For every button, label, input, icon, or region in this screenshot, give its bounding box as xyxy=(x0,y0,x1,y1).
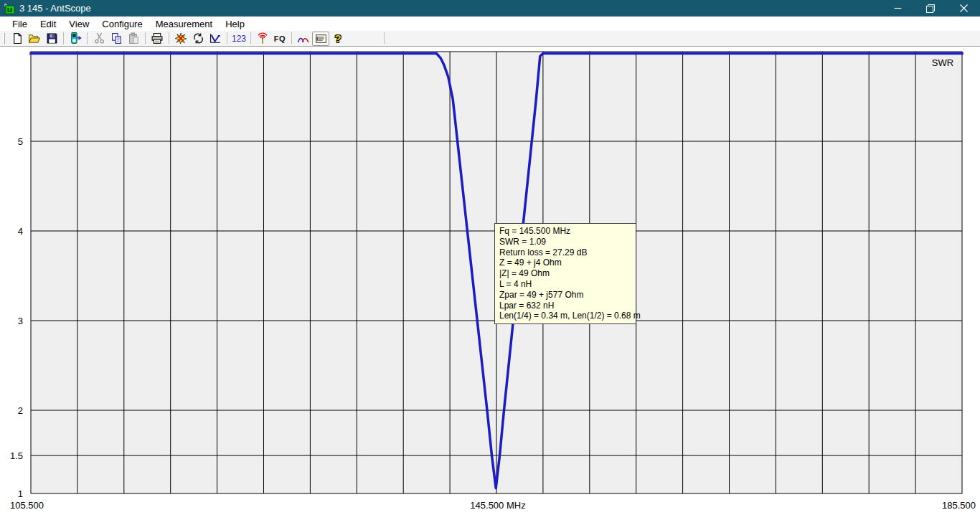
antenna-button[interactable] xyxy=(254,32,271,46)
menu-file[interactable]: File xyxy=(6,17,34,31)
toolbar-separator xyxy=(384,32,385,44)
save-button[interactable] xyxy=(43,32,60,46)
antenna-icon xyxy=(256,32,269,44)
notes-button[interactable] xyxy=(312,32,329,46)
y-axis-tick-label: 5 xyxy=(18,136,23,147)
curves-view-button[interactable] xyxy=(295,32,312,46)
new-document-icon xyxy=(11,32,24,44)
numeric-view-button[interactable]: 123 xyxy=(230,32,248,46)
print-icon xyxy=(151,32,164,44)
cut-button[interactable] xyxy=(90,32,108,46)
analyzer-device-icon xyxy=(69,32,82,44)
tooltip-line-len: Len(1/4) = 0.34 m, Len(1/2) = 0.68 m xyxy=(499,311,636,321)
toolbar-separator xyxy=(87,32,88,44)
x-axis-label: 105.500 xyxy=(10,500,44,511)
cut-scissors-icon xyxy=(93,32,105,44)
y-axis-tick-label: 1 xyxy=(18,488,23,499)
toolbar-separator xyxy=(250,32,251,44)
curves-icon xyxy=(297,32,310,44)
menu-view[interactable]: View xyxy=(62,17,95,31)
swr-chart-icon xyxy=(209,32,222,44)
window-title: 3 145 - AntScope xyxy=(19,3,91,14)
y-axis-tick-label: 3 xyxy=(18,316,23,326)
x-axis-label: 145.500 MHz xyxy=(470,500,525,511)
swr-chart: 11.52345105.500145.500 MHz185.500SWR xyxy=(0,47,980,515)
minimize-icon xyxy=(894,4,902,12)
legend-swr-label: SWR xyxy=(932,57,953,68)
tooltip-line-zpar: Zpar = 49 + j577 Ohm xyxy=(499,290,636,301)
menu-help[interactable]: Help xyxy=(219,17,251,31)
menu-measurement[interactable]: Measurement xyxy=(149,17,219,31)
help-icon: ? xyxy=(334,32,341,44)
device-connect-button[interactable] xyxy=(67,32,84,46)
close-icon xyxy=(960,4,968,12)
toolbar-separator xyxy=(145,32,146,44)
y-axis-tick-label: 4 xyxy=(18,226,23,237)
chart-region: 11.52345105.500145.500 MHz185.500SWR Fq … xyxy=(0,47,980,515)
menu-configure[interactable]: Configure xyxy=(95,17,149,31)
toolbar-separator xyxy=(169,32,169,44)
save-floppy-icon xyxy=(46,32,58,44)
tooltip-line-lpar: Lpar = 632 nH xyxy=(499,301,636,311)
notes-icon xyxy=(315,33,327,44)
print-button[interactable] xyxy=(149,32,166,46)
menubar: File Edit View Configure Measurement Hel… xyxy=(0,16,980,31)
clear-measurement-button[interactable] xyxy=(172,32,189,46)
copy-icon xyxy=(110,32,123,44)
help-button[interactable]: ? xyxy=(329,32,347,46)
toolbar-separator xyxy=(227,32,227,44)
minimize-button[interactable] xyxy=(881,0,914,16)
tooltip-line-z: Z = 49 + j4 Ohm xyxy=(499,258,636,268)
y-axis-tick-label: 1.5 xyxy=(10,450,23,461)
copy-button[interactable] xyxy=(108,32,125,46)
toolbar-gripper xyxy=(3,33,5,44)
refresh-icon xyxy=(192,32,204,44)
numeric-view-label: 123 xyxy=(232,34,246,44)
tooltip-line-rl: Return loss = 27.29 dB xyxy=(499,247,636,258)
swr-chart-view-button[interactable] xyxy=(207,32,224,46)
new-document-button[interactable] xyxy=(9,32,26,46)
y-axis-tick-label: 2 xyxy=(18,405,23,416)
paste-clipboard-icon xyxy=(128,32,140,44)
toolbar: 123 FQ ? xyxy=(0,31,980,47)
marker-tooltip: Fq = 145.500 MHz SWR = 1.09 Return loss … xyxy=(494,223,636,324)
tooltip-line-fq: Fq = 145.500 MHz xyxy=(499,226,636,237)
paste-button[interactable] xyxy=(125,32,142,46)
window-controls xyxy=(881,0,980,16)
tooltip-line-swr: SWR = 1.09 xyxy=(499,237,636,247)
clear-star-icon xyxy=(174,32,187,44)
tooltip-line-zmag: |Z| = 49 Ohm xyxy=(499,268,636,279)
close-button[interactable] xyxy=(947,0,980,16)
restore-icon xyxy=(926,4,935,13)
refresh-button[interactable] xyxy=(189,32,207,46)
toolbar-separator xyxy=(291,32,292,44)
titlebar: 3 145 - AntScope xyxy=(0,0,980,16)
frequency-setup-label: FQ xyxy=(274,34,286,43)
tooltip-line-l: L = 4 nH xyxy=(499,279,636,290)
x-axis-label: 185.500 xyxy=(942,500,976,511)
frequency-setup-button[interactable]: FQ xyxy=(271,32,288,46)
open-folder-icon xyxy=(28,32,41,44)
toolbar-separator xyxy=(63,32,64,44)
open-file-button[interactable] xyxy=(26,32,43,46)
app-icon xyxy=(4,3,15,14)
restore-button[interactable] xyxy=(914,0,947,16)
menu-edit[interactable]: Edit xyxy=(34,17,62,31)
